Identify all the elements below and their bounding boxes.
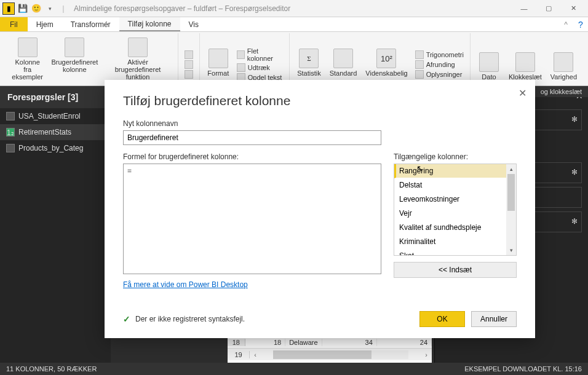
formula-label: Formel for brugerdefineret kolonne: xyxy=(123,152,381,161)
table-icon xyxy=(6,112,15,120)
cell: Delaware xyxy=(285,339,322,346)
ribbon: Kolonne fra eksempler Brugerdefineret ko… xyxy=(0,32,588,86)
row-number: 19 xyxy=(228,351,250,358)
qat-separator: | xyxy=(58,3,69,14)
tab-home[interactable]: Hjem xyxy=(28,17,62,31)
maximize-button[interactable]: ▢ xyxy=(536,0,561,17)
cancel-button[interactable]: Annuller xyxy=(471,311,517,327)
available-column-item[interactable]: Kriminalitet xyxy=(394,235,516,249)
available-column-item[interactable]: Skat xyxy=(394,249,516,256)
merge-columns-button[interactable]: Flet kolonner xyxy=(234,47,285,63)
available-columns-scrollbar[interactable]: ▴ ▾ xyxy=(506,164,516,255)
formula-input[interactable]: = xyxy=(123,164,381,274)
query-item-retirement[interactable]: 1₂RetirementStats xyxy=(0,124,111,140)
scroll-up-icon[interactable]: ▴ xyxy=(506,164,516,174)
collapse-ribbon-icon[interactable]: ^ xyxy=(558,17,573,31)
status-download-time: EKSEMPEL DOWNLOADET KL. 15:16 xyxy=(464,365,582,373)
statistics-button[interactable]: ΣStatistik xyxy=(293,46,325,83)
save-icon[interactable]: 💾 xyxy=(17,3,28,14)
gear-icon[interactable]: ✻ xyxy=(571,168,578,176)
cell: 24 xyxy=(377,339,432,346)
extract-button[interactable]: Udtræk xyxy=(234,63,272,73)
cell: 18 xyxy=(245,339,286,346)
tab-add-column[interactable]: Tilføj kolonne xyxy=(119,17,180,31)
row-number: 18 xyxy=(228,339,245,346)
tab-file[interactable]: Fil xyxy=(0,17,28,31)
ribbon-group-label-date: og klokkeslæt xyxy=(534,86,588,97)
column-from-examples-button[interactable]: Kolonne fra eksempler xyxy=(7,35,47,83)
learn-more-link[interactable]: Få mere at vide om Power BI Desktop xyxy=(123,280,248,289)
duration-button[interactable]: Varighed xyxy=(547,50,581,83)
custom-column-button[interactable]: Brugerdefineret kolonne xyxy=(49,35,100,83)
syntax-status: ✓ Der er ikke registreret syntaksfejl. xyxy=(123,314,245,324)
custom-column-dialog: ✕ Tilføj brugerdefineret kolonne Nyt kol… xyxy=(105,80,535,338)
new-column-name-label: Nyt kolonnenavn xyxy=(123,119,517,128)
query-item-enrol[interactable]: USA_StudentEnrol xyxy=(0,108,111,124)
query-item-products[interactable]: Products_by_Categ xyxy=(0,140,111,156)
qat-dropdown-icon[interactable]: ▾ xyxy=(44,3,55,14)
cell: 34 xyxy=(322,339,377,346)
available-column-item[interactable]: Delstat xyxy=(394,178,516,192)
close-window-button[interactable]: ✕ xyxy=(561,0,586,17)
new-column-name-input[interactable] xyxy=(123,130,381,145)
available-columns-list: Rangering Delstat Leveomkostninger Vejr … xyxy=(394,164,517,256)
ok-button[interactable]: OK xyxy=(419,311,465,327)
quick-access-toolbar: 💾 🙂 ▾ | xyxy=(17,3,69,14)
scroll-left-icon[interactable]: ‹ xyxy=(250,351,261,358)
gear-icon[interactable]: ✻ xyxy=(571,217,578,226)
insert-column-button[interactable]: << Indsæt xyxy=(394,262,517,278)
title-bar: ▮ 💾 🙂 ▾ | Almindelige forespørgselsopgav… xyxy=(0,0,588,17)
ribbon-mini-2[interactable] xyxy=(182,60,196,69)
queries-header: Forespørgsler [3] xyxy=(0,86,111,108)
information-button[interactable]: Oplysninger xyxy=(413,69,465,79)
window-title: Almindelige forespørgselsopgaver – fuldf… xyxy=(74,4,512,13)
available-column-item[interactable]: Rangering xyxy=(394,164,516,178)
date-button[interactable]: Dato xyxy=(474,50,504,83)
scroll-right-icon[interactable]: › xyxy=(421,351,432,358)
ribbon-mini-1[interactable] xyxy=(182,50,196,60)
smiley-icon[interactable]: 🙂 xyxy=(31,3,42,14)
dialog-title: Tilføj brugerdefineret kolonne xyxy=(123,93,517,108)
check-icon: ✓ xyxy=(123,314,130,324)
available-column-item[interactable]: Kvalitet af sundhedspleje xyxy=(394,221,516,235)
table-icon xyxy=(6,144,15,152)
trigonometry-button[interactable]: Trigonometri xyxy=(413,50,466,60)
number-icon: 1₂ xyxy=(6,128,15,136)
time-button[interactable]: Klokkeslæt xyxy=(505,50,546,83)
tab-view[interactable]: Vis xyxy=(180,17,207,31)
queries-pane: Forespørgsler [3] USA_StudentEnrol 1₂Ret… xyxy=(0,86,111,363)
horizontal-scrollbar[interactable] xyxy=(273,350,408,359)
close-dialog-icon[interactable]: ✕ xyxy=(518,87,526,99)
status-columns-rows: 11 KOLONNER, 50 RÆKKER xyxy=(6,365,97,373)
available-column-item[interactable]: Leveomkostninger xyxy=(394,192,516,207)
ribbon-mini-3[interactable] xyxy=(182,69,196,79)
scientific-button[interactable]: 10²Videnskabelig xyxy=(362,46,411,83)
app-icon: ▮ xyxy=(2,2,15,15)
standard-button[interactable]: Standard xyxy=(326,46,361,83)
available-columns-label: Tilgængelige kolonner: xyxy=(394,152,517,161)
available-column-item[interactable]: Vejr xyxy=(394,207,516,221)
help-icon[interactable]: ? xyxy=(573,17,588,31)
table-row[interactable]: 18 18 Delaware 34 24 xyxy=(228,337,432,349)
tab-transform[interactable]: Transformér xyxy=(62,17,119,31)
minimize-button[interactable]: — xyxy=(512,0,536,17)
gear-icon[interactable]: ✻ xyxy=(571,115,578,124)
format-button[interactable]: Format xyxy=(204,46,233,83)
invoke-custom-function-button[interactable]: Aktivér brugerdefineret funktion xyxy=(101,35,174,83)
status-bar: 11 KOLONNER, 50 RÆKKER EKSEMPEL DOWNLOAD… xyxy=(0,363,588,375)
ribbon-tabs: Fil Hjem Transformér Tilføj kolonne Vis … xyxy=(0,17,588,32)
scroll-down-icon[interactable]: ▾ xyxy=(506,245,516,255)
data-table-fragment: 18 18 Delaware 34 24 19 ‹ › xyxy=(228,337,432,363)
rounding-button[interactable]: Afrunding xyxy=(413,60,458,69)
